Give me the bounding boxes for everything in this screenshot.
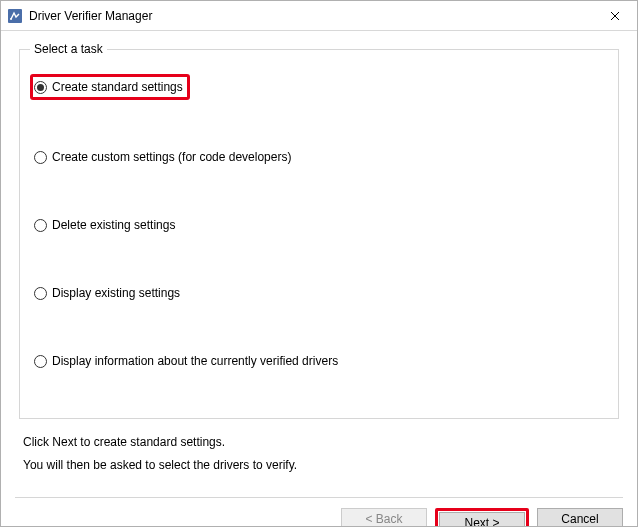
- content-area: Select a task Create standard settings C…: [1, 31, 637, 479]
- radio-option-display-existing[interactable]: Display existing settings: [34, 284, 604, 302]
- radio-icon: [34, 355, 47, 368]
- hint-line-2: You will then be asked to select the dri…: [23, 454, 615, 477]
- radio-label: Create standard settings: [52, 80, 183, 94]
- radio-icon: [34, 81, 47, 94]
- app-icon: [7, 8, 23, 24]
- radio-icon: [34, 151, 47, 164]
- groupbox-label: Select a task: [30, 42, 107, 56]
- task-groupbox: Select a task Create standard settings C…: [19, 49, 619, 419]
- hint-line-1: Click Next to create standard settings.: [23, 431, 615, 454]
- wizard-buttons: < Back Next > Cancel: [15, 497, 623, 527]
- radio-icon: [34, 287, 47, 300]
- svg-point-1: [10, 18, 12, 20]
- radio-label: Display existing settings: [52, 286, 180, 300]
- radio-option-create-standard[interactable]: Create standard settings: [34, 78, 183, 96]
- radio-option-delete-existing[interactable]: Delete existing settings: [34, 216, 604, 234]
- hint-text: Click Next to create standard settings. …: [19, 429, 619, 479]
- title-bar: Driver Verifier Manager: [1, 1, 637, 31]
- cancel-button[interactable]: Cancel: [537, 508, 623, 527]
- radio-label: Display information about the currently …: [52, 354, 338, 368]
- radio-icon: [34, 219, 47, 232]
- highlight-next: Next >: [435, 508, 529, 527]
- radio-label: Create custom settings (for code develop…: [52, 150, 291, 164]
- close-button[interactable]: [592, 1, 637, 31]
- radio-label: Delete existing settings: [52, 218, 175, 232]
- radio-option-display-info[interactable]: Display information about the currently …: [34, 352, 604, 370]
- highlight-option-0: Create standard settings: [30, 74, 190, 100]
- back-button: < Back: [341, 508, 427, 527]
- window-title: Driver Verifier Manager: [29, 9, 592, 23]
- radio-option-create-custom[interactable]: Create custom settings (for code develop…: [34, 148, 604, 166]
- next-button[interactable]: Next >: [439, 512, 525, 527]
